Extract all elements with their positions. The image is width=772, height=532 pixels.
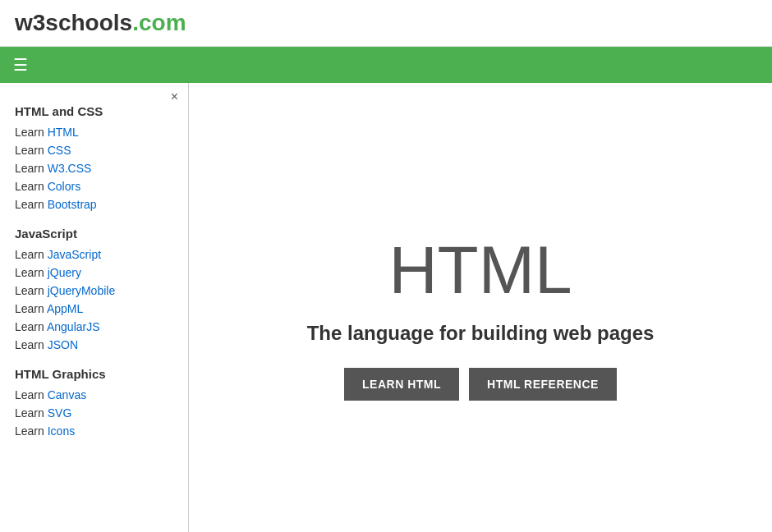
logo-com: .com	[132, 10, 186, 36]
sidebar-section-html-graphics: HTML Graphics	[15, 367, 188, 381]
navbar: ☰	[0, 47, 772, 83]
sidebar-link-learn-svg[interactable]: Learn SVG	[15, 404, 188, 422]
main-subtitle: The language for building web pages	[307, 322, 655, 345]
sidebar-link-learn-angularjs[interactable]: Learn AngularJS	[15, 318, 188, 336]
sidebar-link-learn-bootstrap[interactable]: Learn Bootstrap	[15, 195, 188, 213]
sidebar: × HTML and CSS Learn HTML Learn CSS Lear…	[0, 83, 189, 532]
sidebar-link-learn-javascript[interactable]: Learn JavaScript	[15, 245, 188, 264]
main-title: HTML	[388, 232, 572, 309]
sidebar-link-learn-w3css[interactable]: Learn W3.CSS	[15, 159, 188, 177]
sidebar-section-javascript: JavaScript	[15, 227, 188, 241]
html-reference-button[interactable]: HTML REFERENCE	[469, 368, 617, 401]
main-button-row: LEARN HTML HTML REFERENCE	[344, 368, 617, 401]
main-content: HTML The language for building web pages…	[189, 83, 772, 532]
sidebar-link-learn-icons[interactable]: Learn Icons	[15, 422, 188, 440]
hamburger-menu-icon[interactable]: ☰	[13, 55, 28, 75]
sidebar-link-learn-jquery[interactable]: Learn jQuery	[15, 264, 188, 282]
sidebar-link-learn-canvas[interactable]: Learn Canvas	[15, 386, 188, 404]
sidebar-link-learn-appml[interactable]: Learn AppML	[15, 300, 188, 318]
sidebar-close-button[interactable]: ×	[171, 89, 178, 104]
sidebar-link-learn-colors[interactable]: Learn Colors	[15, 177, 188, 195]
header: w3schools.com	[0, 0, 772, 47]
sidebar-section-html-css: HTML and CSS	[15, 104, 188, 118]
layout: × HTML and CSS Learn HTML Learn CSS Lear…	[0, 83, 772, 532]
sidebar-link-learn-jquerymobile[interactable]: Learn jQueryMobile	[15, 282, 188, 300]
logo-w3schools: w3schools	[15, 10, 132, 36]
sidebar-link-learn-css[interactable]: Learn CSS	[15, 141, 188, 159]
learn-html-button[interactable]: LEARN HTML	[344, 368, 459, 401]
sidebar-link-learn-json[interactable]: Learn JSON	[15, 336, 188, 354]
sidebar-link-learn-html[interactable]: Learn HTML	[15, 123, 188, 141]
